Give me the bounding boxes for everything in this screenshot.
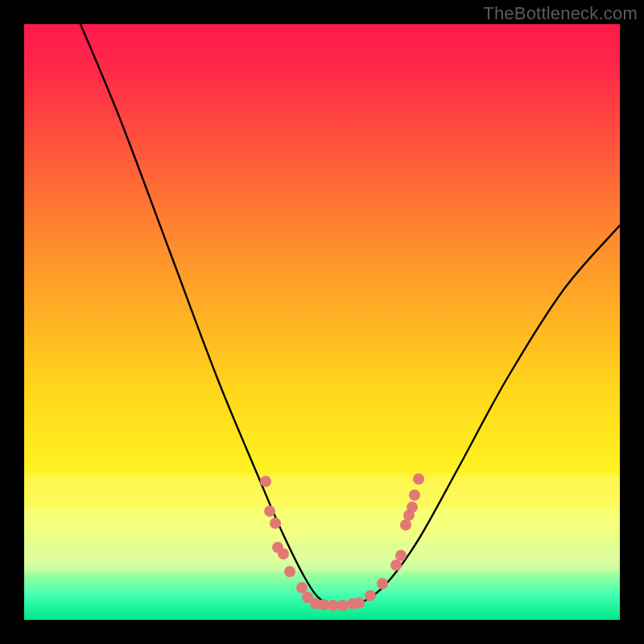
data-point bbox=[337, 600, 349, 611]
data-point bbox=[270, 518, 281, 529]
data-point bbox=[353, 597, 365, 609]
data-point bbox=[264, 506, 275, 517]
chart-plot-area bbox=[24, 24, 620, 620]
data-point bbox=[395, 550, 407, 561]
data-point bbox=[318, 599, 329, 610]
data-point bbox=[328, 600, 339, 611]
data-point bbox=[377, 578, 388, 589]
data-point bbox=[409, 489, 420, 501]
data-point bbox=[284, 566, 295, 577]
data-point bbox=[407, 502, 418, 513]
data-point bbox=[260, 476, 271, 487]
data-point bbox=[390, 559, 402, 571]
bottleneck-curve bbox=[80, 24, 620, 605]
data-point bbox=[365, 590, 376, 601]
data-point bbox=[400, 519, 411, 530]
data-point-group bbox=[260, 473, 424, 611]
data-point bbox=[413, 473, 424, 485]
watermark-text: TheBottleneck.com bbox=[483, 3, 638, 24]
data-point bbox=[278, 548, 289, 559]
chart-svg bbox=[24, 24, 620, 620]
data-point bbox=[296, 582, 308, 593]
